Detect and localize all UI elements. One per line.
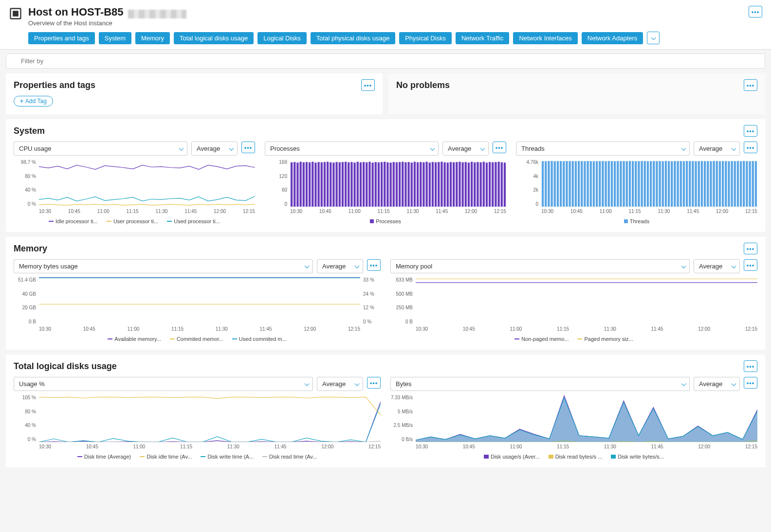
chart-aggregation-select[interactable]: Average [694,259,740,273]
legend-item[interactable]: Disk write time (A... [201,454,254,460]
svg-rect-123 [689,161,691,207]
system-more-button[interactable]: ••• [744,125,757,137]
legend-label: Used processor ti... [174,218,220,224]
problems-more-button[interactable]: ••• [744,79,757,91]
svg-rect-101 [623,161,624,207]
legend-item[interactable]: Idle processor ti... [49,218,98,224]
problems-panel: No problems ••• [388,73,765,114]
chart-more-button[interactable]: ••• [493,142,506,153]
filter-input[interactable] [6,53,765,69]
chart-legend: Disk time (Average)Disk idle time (Av...… [14,454,381,460]
chart-aggregation-select[interactable]: Average [442,142,489,156]
svg-rect-14 [327,162,329,207]
svg-rect-66 [483,162,485,207]
svg-rect-93 [599,161,601,207]
nav-pill-physical-disks[interactable]: Physical Disks [399,32,452,44]
legend-item[interactable]: Commited memor... [170,336,223,342]
memory-more-button[interactable]: ••• [744,243,757,254]
svg-rect-11 [317,162,319,207]
svg-rect-38 [399,162,401,207]
svg-rect-85 [575,161,577,207]
chart-metric-select[interactable]: Threads [516,142,690,156]
svg-rect-133 [719,161,721,207]
svg-rect-94 [602,161,604,207]
chart-metric-select[interactable]: Memory pool [390,259,690,273]
header-more-button[interactable]: ••• [749,6,762,18]
svg-rect-111 [653,161,655,207]
legend-swatch [549,455,553,459]
legend-item[interactable]: Used commited m... [232,336,287,342]
svg-rect-102 [626,161,628,207]
disks-more-button[interactable]: ••• [744,360,757,372]
properties-panel: Properties and tags ••• + Add Tag [6,73,383,114]
legend-item[interactable]: Disk idle time (Av... [140,454,192,460]
nav-pill-logical-disks[interactable]: Logical Disks [257,32,307,44]
legend-item[interactable]: Non-paged memo... [514,336,569,342]
chart-more-button[interactable]: ••• [241,142,255,153]
nav-pill-network-interfaces[interactable]: Network Interfaces [513,32,577,44]
nav-pill-network-traffic[interactable]: Network Traffic [456,32,509,44]
svg-rect-117 [671,161,673,207]
nav-pill-system[interactable]: System [99,32,131,44]
svg-rect-13 [324,162,326,207]
nav-pill-total-physical-disks-usage[interactable]: Total physical disks usage [311,32,395,44]
legend-item[interactable]: Disk usage/s (Aver... [484,454,540,460]
add-tag-button[interactable]: + Add Tag [14,96,53,106]
svg-rect-105 [635,161,637,207]
legend-label: User processor ti... [113,218,158,224]
chart-aggregation-select[interactable]: Average [694,142,740,156]
chevron-down-icon [732,145,735,152]
legend-item[interactable]: Disk time (Average) [77,454,131,460]
svg-rect-82 [566,161,568,207]
svg-rect-140 [740,161,742,207]
legend-item[interactable]: Disk read bytes/s ... [549,454,603,460]
chart-more-button[interactable]: ••• [744,259,757,271]
nav-more-dropdown[interactable] [647,32,660,44]
svg-rect-100 [620,161,622,207]
svg-rect-42 [411,162,413,207]
y-axis: 4.76k4k2k0 [516,160,540,207]
legend-swatch [170,338,175,339]
svg-rect-10 [314,162,316,207]
legend-item[interactable]: Available memory... [108,336,161,342]
chevron-down-icon [682,380,685,388]
legend-label: Disk write time (A... [207,454,254,460]
svg-rect-115 [665,161,667,207]
properties-more-button[interactable]: ••• [361,79,375,91]
chart-aggregation-select[interactable]: Average [191,142,238,156]
chart-legend: Idle processor ti...User processor ti...… [14,218,255,224]
chart-disk_bytes: BytesAverage•••7.33 MB/s5 MB/s2.5 MB/s0 … [390,377,757,460]
legend-item[interactable]: Threads [624,218,649,224]
x-axis: 10:3010:4511:0011:1511:3011:4512:0012:15 [416,326,757,333]
x-axis: 10:3010:4511:0011:1511:3011:4512:0012:15 [541,209,757,215]
legend-item[interactable]: Processes [370,218,401,224]
chart-more-button[interactable]: ••• [744,142,757,153]
nav-pill-memory[interactable]: Memory [135,32,170,44]
chart-aggregation-select[interactable]: Average [317,377,363,391]
svg-rect-31 [378,162,380,207]
legend-item[interactable]: Paged memory siz... [577,336,633,342]
chart-metric-select[interactable]: Memory bytes usage [14,259,313,273]
disks-panel: Total logical disks usage ••• Usage %Ave… [6,355,765,467]
legend-item[interactable]: User processor ti... [107,218,158,224]
svg-rect-124 [692,161,694,207]
chart-aggregation-select[interactable]: Average [694,377,740,391]
nav-pill-properties-and-tags[interactable]: Properties and tags [28,32,95,44]
chart-more-button[interactable]: ••• [367,259,381,271]
chart-metric-select[interactable]: Usage % [14,377,313,391]
chart-more-button[interactable]: ••• [744,377,757,389]
nav-pill-network-adapters[interactable]: Network Adapters [582,32,643,44]
nav-pill-total-logical-disks-usage[interactable]: Total logical disks usage [174,32,254,44]
legend-item[interactable]: Disk write bytes/s... [611,454,664,460]
chart-metric-select[interactable]: Bytes [390,377,690,391]
legend-item[interactable]: Used processor ti... [167,218,220,224]
svg-rect-5 [299,162,301,207]
legend-item[interactable]: Disk read time (Av... [262,454,317,460]
svg-rect-52 [441,162,442,207]
svg-rect-91 [593,161,595,207]
chart-metric-select[interactable]: Processes [265,142,439,156]
chart-aggregation-select[interactable]: Average [317,259,363,273]
legend-swatch [262,456,267,457]
chart-more-button[interactable]: ••• [367,377,381,389]
chart-metric-select[interactable]: CPU usage [14,142,187,156]
